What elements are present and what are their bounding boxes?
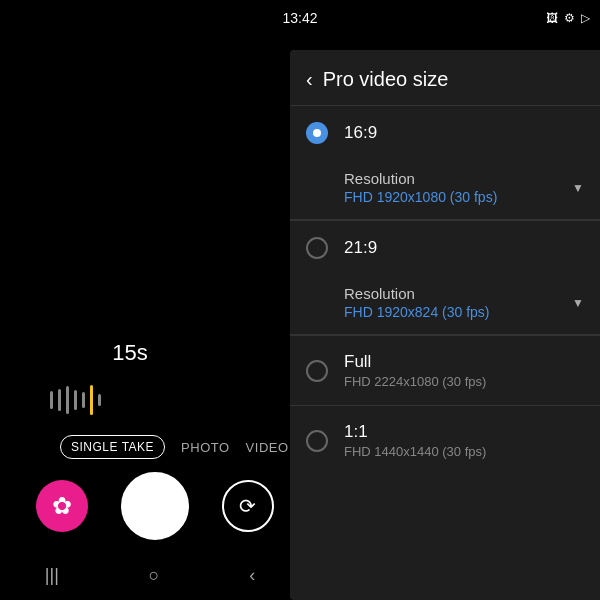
status-icons: 🖼 ⚙ ▷ bbox=[546, 11, 590, 25]
nav-back-icon[interactable]: ‹ bbox=[249, 565, 255, 586]
option-section-21-9: 21:9 Resolution FHD 1920x824 (30 fps) ▼ bbox=[290, 220, 600, 335]
shutter-button[interactable] bbox=[121, 472, 189, 540]
option-section-1-1: 1:1 FHD 1440x1440 (30 fps) bbox=[290, 405, 600, 475]
radio-inner-16-9 bbox=[313, 129, 321, 137]
flash-icon: ▷ bbox=[581, 11, 590, 25]
panel-header: ‹ Pro video size bbox=[290, 50, 600, 105]
timer-display: 15s bbox=[112, 340, 147, 366]
option-row-16-9[interactable]: 16:9 bbox=[290, 106, 600, 160]
resolution-content-21-9: Resolution FHD 1920x824 (30 fps) bbox=[344, 285, 490, 320]
resolution-dropdown-16-9[interactable]: Resolution FHD 1920x1080 (30 fps) ▼ bbox=[290, 160, 600, 220]
shutter-inner bbox=[127, 478, 183, 534]
option-sub-full: FHD 2224x1080 (30 fps) bbox=[344, 374, 486, 389]
flower-button[interactable]: ✿ bbox=[36, 480, 88, 532]
resolution-dropdown-21-9[interactable]: Resolution FHD 1920x824 (30 fps) ▼ bbox=[290, 275, 600, 335]
panel-back-button[interactable]: ‹ bbox=[306, 68, 313, 91]
mode-photo[interactable]: PHOTO bbox=[181, 440, 230, 455]
pro-video-size-panel: ‹ Pro video size 16:9 Resolution FHD 192… bbox=[290, 50, 600, 600]
option-text-full: Full FHD 2224x1080 (30 fps) bbox=[344, 352, 486, 389]
resolution-content-16-9: Resolution FHD 1920x1080 (30 fps) bbox=[344, 170, 497, 205]
status-time: 13:42 bbox=[282, 10, 317, 26]
nav-menu-icon[interactable]: ||| bbox=[45, 565, 59, 586]
option-label-21-9: 21:9 bbox=[344, 238, 377, 258]
option-label-16-9: 16:9 bbox=[344, 123, 377, 143]
mode-tabs: SINGLE TAKE PHOTO VIDEO bbox=[60, 435, 289, 459]
bottom-navigation: ||| ○ ‹ bbox=[0, 550, 300, 600]
resolution-label-21-9: Resolution bbox=[344, 285, 490, 302]
option-row-1-1[interactable]: 1:1 FHD 1440x1440 (30 fps) bbox=[290, 406, 600, 475]
radio-16-9[interactable] bbox=[306, 122, 328, 144]
resolution-value-21-9: FHD 1920x824 (30 fps) bbox=[344, 304, 490, 320]
wave-bar-active bbox=[90, 385, 93, 415]
resolution-value-16-9: FHD 1920x1080 (30 fps) bbox=[344, 189, 497, 205]
waveform bbox=[50, 385, 210, 415]
camera-controls: ✿ ⟳ bbox=[20, 472, 290, 540]
wave-bar-3 bbox=[66, 386, 69, 414]
dropdown-arrow-21-9: ▼ bbox=[572, 296, 584, 310]
radio-21-9[interactable] bbox=[306, 237, 328, 259]
nav-home-icon[interactable]: ○ bbox=[149, 565, 160, 586]
option-section-full: Full FHD 2224x1080 (30 fps) bbox=[290, 335, 600, 405]
mode-single-take[interactable]: SINGLE TAKE bbox=[60, 435, 165, 459]
dropdown-arrow-16-9: ▼ bbox=[572, 181, 584, 195]
gallery-icon: 🖼 bbox=[546, 11, 558, 25]
settings-icon: ⚙ bbox=[564, 11, 575, 25]
wave-bar-7 bbox=[98, 394, 101, 406]
wave-bar-4 bbox=[74, 390, 77, 410]
option-row-21-9[interactable]: 21:9 bbox=[290, 221, 600, 275]
wave-bar-5 bbox=[82, 392, 85, 408]
status-bar: 13:42 🖼 ⚙ ▷ bbox=[0, 0, 600, 36]
option-text-1-1: 1:1 FHD 1440x1440 (30 fps) bbox=[344, 422, 486, 459]
panel-title: Pro video size bbox=[323, 68, 449, 91]
flip-camera-button[interactable]: ⟳ bbox=[222, 480, 274, 532]
wave-bar-2 bbox=[58, 389, 61, 411]
mode-video[interactable]: VIDEO bbox=[246, 440, 289, 455]
option-row-full[interactable]: Full FHD 2224x1080 (30 fps) bbox=[290, 336, 600, 405]
option-sub-1-1: FHD 1440x1440 (30 fps) bbox=[344, 444, 486, 459]
wave-bar-1 bbox=[50, 391, 53, 409]
radio-1-1[interactable] bbox=[306, 430, 328, 452]
option-label-full: Full bbox=[344, 352, 486, 372]
radio-full[interactable] bbox=[306, 360, 328, 382]
option-label-1-1: 1:1 bbox=[344, 422, 486, 442]
option-section-16-9: 16:9 Resolution FHD 1920x1080 (30 fps) ▼ bbox=[290, 105, 600, 220]
resolution-label-16-9: Resolution bbox=[344, 170, 497, 187]
